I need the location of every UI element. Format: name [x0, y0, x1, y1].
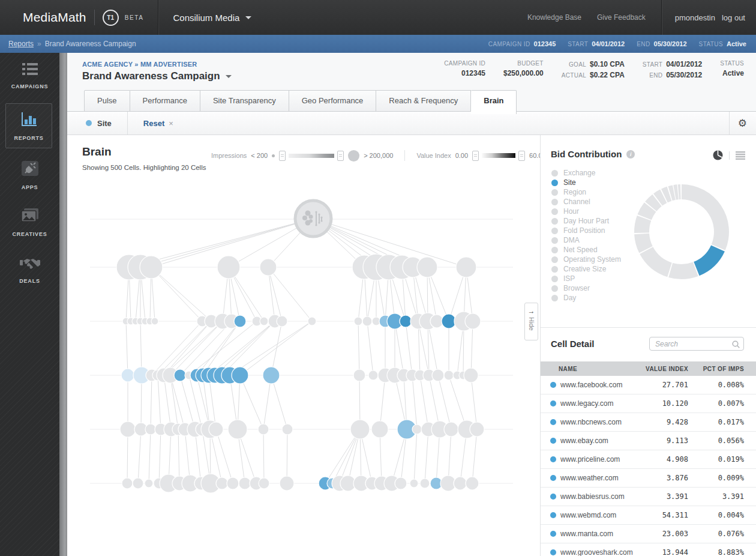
cell-value-index: 4.908 [640, 455, 688, 464]
radio-dot-icon [551, 295, 558, 301]
bid-contribution-header: Bid Contribution i [551, 149, 635, 159]
dimension-option-net-speed[interactable]: Net Speed [551, 245, 621, 255]
reset-button[interactable]: Reset [143, 119, 164, 128]
tab-pulse[interactable]: Pulse [84, 90, 130, 112]
info-icon[interactable]: i [626, 150, 635, 159]
list-icon [22, 62, 38, 78]
dimension-option-isp[interactable]: ISP [551, 274, 621, 283]
dimension-option-fold-position[interactable]: Fold Position [551, 226, 621, 235]
hide-label: Hide [528, 317, 535, 331]
breadcrumb-stats: CAMPAIGN ID012345 START04/01/2012 END05/… [488, 40, 746, 47]
cell-value-index: 3.876 [640, 474, 688, 482]
cell-dot-icon [550, 494, 556, 500]
stat-value: $250,000.00 [503, 69, 544, 77]
username-link[interactable]: pmondestin [675, 13, 715, 22]
dimension-option-day-hour-part[interactable]: Day Hour Part [551, 216, 621, 226]
give-feedback-link[interactable]: Give Feedback [597, 13, 646, 22]
cell-dot-icon [550, 382, 556, 388]
clear-filter-icon[interactable]: × [169, 119, 173, 128]
dimension-label: Creative Size [563, 265, 606, 273]
gear-icon[interactable]: ⚙ [738, 118, 747, 128]
radio-dot-icon [551, 237, 558, 244]
sidebar-item-label: APPS [22, 184, 38, 190]
dimension-option-operating-system[interactable]: Operating System [551, 255, 621, 264]
tab-label: Brain [484, 96, 503, 105]
bid-contribution-view-toggle [713, 150, 745, 160]
column-header-value-index[interactable]: VALUE INDEX [640, 366, 688, 372]
sidebar-item-apps[interactable]: APPS [0, 160, 59, 190]
start-value: 04/01/2012 [592, 40, 625, 47]
radio-dot-icon [551, 256, 558, 263]
campaign-stats: CAMPAIGN ID 012345 BUDGET $250,000.00 GO… [444, 60, 744, 79]
dimension-option-day[interactable]: Day [551, 293, 621, 303]
chevron-down-icon [245, 16, 251, 19]
org-selector[interactable]: Consilium Media [173, 13, 251, 23]
cell-value-index: 9.428 [640, 418, 688, 426]
pie-chart-view-icon[interactable] [713, 150, 723, 160]
dimension-option-site[interactable]: Site [551, 178, 621, 187]
stat-value: 012345 [461, 69, 485, 77]
column-header-pct-of-imps[interactable]: PCT OF IMPS [688, 366, 756, 372]
dimension-option-creative-size[interactable]: Creative Size [551, 264, 621, 274]
cell-name: www.legacy.com [556, 399, 640, 408]
bid-contribution-donut-chart[interactable] [631, 181, 733, 283]
mediamath-logo[interactable]: MediaMath [23, 10, 86, 25]
dimension-option-region[interactable]: Region [551, 187, 621, 197]
campaign-title: Brand Awareness Campaign [82, 70, 220, 82]
tab-geo-performance[interactable]: Geo Performance [289, 90, 377, 112]
cell-name: www.grooveshark.com [556, 548, 640, 556]
hide-panel-button[interactable]: → Hide [524, 303, 538, 340]
cell-detail-table-header: NAME VALUE INDEX PCT OF IMPS [541, 361, 756, 376]
brain-tree-chart[interactable] [67, 134, 540, 556]
table-row[interactable]: www.legacy.com 10.120 0.007% [541, 394, 756, 413]
logout-link[interactable]: log out [722, 13, 745, 22]
cell-name: www.webmd.com [556, 511, 640, 519]
tab-reach-frequency[interactable]: Reach & Frequency [376, 90, 471, 112]
table-row[interactable]: www.weather.com 3.876 0.009% [541, 469, 756, 488]
campaign-title-dropdown[interactable]: Brand Awareness Campaign [82, 70, 232, 82]
cell-pct-of-imps: 0.076% [688, 530, 756, 538]
table-row[interactable]: www.grooveshark.com 13.944 8.883% [541, 543, 756, 556]
panel-divider [541, 327, 756, 328]
bid-dimension-list: Exchange Site Region Channel Hour Day Ho… [551, 168, 621, 303]
table-row[interactable]: www.priceline.com 4.908 0.019% [541, 450, 756, 469]
breadcrumb-current: Brand Awareness Campaign [45, 40, 136, 48]
filter-bar: Site Reset × ⚙ [67, 111, 756, 135]
radio-dot-icon [551, 228, 558, 234]
dimension-option-channel[interactable]: Channel [551, 197, 621, 207]
knowledge-base-link[interactable]: Knowledge Base [527, 13, 581, 22]
tab-site-transparency[interactable]: Site Transparency [200, 90, 289, 112]
table-row[interactable]: www.ebay.com 9.113 0.056% [541, 432, 756, 450]
cell-value-index: 13.944 [640, 548, 688, 556]
table-row[interactable]: www.facebook.com 27.701 0.008% [541, 376, 756, 394]
breadcrumb-reports-link[interactable]: Reports [8, 40, 34, 48]
dimension-label: Net Speed [563, 246, 598, 254]
sidebar-item-deals[interactable]: DEALS [0, 257, 59, 284]
table-row[interactable]: www.webmd.com 54.311 0.004% [541, 506, 756, 525]
sidebar-item-campaigns[interactable]: CAMPAIGNS [0, 62, 59, 89]
list-view-icon[interactable] [736, 151, 745, 160]
table-row[interactable]: www.nbcnews.com 9.428 0.017% [541, 413, 756, 432]
stat-value: Active [722, 69, 744, 77]
column-header-name[interactable]: NAME [541, 366, 640, 372]
table-row[interactable]: www.manta.com 23.003 0.076% [541, 525, 756, 543]
table-row[interactable]: www.babiesrus.com 3.391 3.391 [541, 488, 756, 506]
agency-breadcrumb[interactable]: ACME AGENCY » MM ADVERTISER [82, 61, 197, 68]
stat-value: 04/01/2012 [666, 60, 702, 68]
dimension-label: Browser [563, 284, 590, 292]
dimension-option-browser[interactable]: Browser [551, 283, 621, 293]
dimension-label: Hour [563, 207, 579, 216]
search-input[interactable] [649, 337, 744, 351]
cell-value-index: 10.120 [640, 399, 688, 408]
handshake-icon [20, 257, 40, 273]
dimension-option-dma[interactable]: DMA [551, 235, 621, 245]
sidebar-item-reports[interactable]: REPORTS [5, 103, 52, 148]
tab-brain[interactable]: Brain [471, 90, 517, 114]
cell-dot-icon [550, 400, 556, 406]
dimension-label: Exchange [563, 169, 595, 177]
sidebar-item-creatives[interactable]: CREATIVES [0, 208, 59, 237]
dimension-option-hour[interactable]: Hour [551, 207, 621, 216]
tab-performance[interactable]: Performance [130, 90, 200, 112]
cell-detail-title: Cell Detail [551, 339, 595, 349]
dimension-option-exchange[interactable]: Exchange [551, 168, 621, 178]
